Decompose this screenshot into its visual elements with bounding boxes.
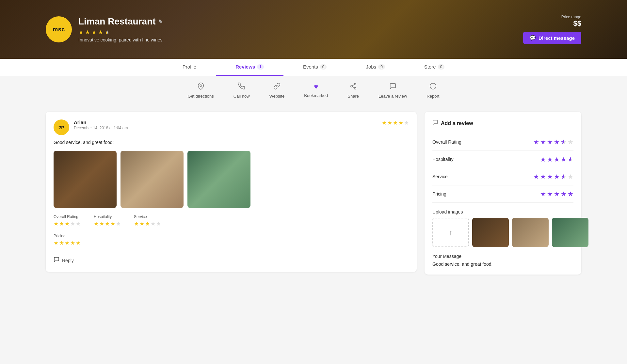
review-image-3: [187, 151, 250, 208]
overall-label: Overall Rating: [54, 214, 81, 219]
por4[interactable]: ★: [554, 138, 560, 146]
ps5: ★: [76, 240, 81, 246]
hs3: ★: [105, 220, 110, 227]
panel-hospitality-label: Hospitality: [432, 157, 454, 162]
tab-profile-label: Profile: [183, 64, 197, 70]
ppr5[interactable]: ★: [568, 190, 573, 198]
os1: ★: [54, 220, 58, 227]
review-body: Good service, and great food!: [54, 140, 409, 145]
review-card: 2P Arian December 14, 2018 at 1:04 am ★ …: [46, 112, 417, 272]
panel-pricing-label: Pricing: [432, 191, 446, 197]
panel-service-stars[interactable]: ★ ★ ★ ★ ★ ★: [533, 173, 573, 181]
hero-right: Price range $$ 💬 Direct message: [523, 15, 581, 44]
tab-jobs[interactable]: Jobs 0: [346, 59, 404, 76]
tab-jobs-label: Jobs: [366, 64, 376, 70]
action-directions[interactable]: Get directions: [188, 83, 214, 99]
upload-box[interactable]: ↑: [432, 218, 469, 247]
psr5[interactable]: ★: [561, 173, 567, 181]
action-bookmarked[interactable]: ♥ Bookmarked: [304, 83, 328, 99]
review-image-1: [54, 151, 117, 208]
tab-store-label: Store: [424, 64, 436, 70]
phr5[interactable]: ★: [568, 155, 573, 163]
nav-tabs: Profile Reviews 1 Events 0 Jobs 0 Store …: [0, 59, 627, 76]
psr4[interactable]: ★: [554, 173, 560, 181]
ppr4[interactable]: ★: [561, 190, 567, 198]
price-range: Price range $$: [561, 15, 581, 28]
phr4[interactable]: ★: [561, 155, 567, 163]
review-header: 2P Arian December 14, 2018 at 1:04 am ★ …: [54, 119, 409, 135]
upload-thumb-1: [472, 218, 509, 247]
action-website[interactable]: Website: [269, 83, 285, 99]
svg-point-1: [354, 83, 356, 85]
review-icon: [389, 83, 396, 92]
ss2: ★: [139, 220, 144, 227]
ss1: ★: [134, 220, 139, 227]
psr6[interactable]: ★: [568, 173, 573, 181]
phr2[interactable]: ★: [547, 155, 553, 163]
reply-row[interactable]: Reply: [54, 252, 409, 264]
por2[interactable]: ★: [540, 138, 546, 146]
tab-reviews[interactable]: Reviews 1: [216, 59, 283, 76]
hs4: ★: [110, 220, 115, 227]
reply-icon: [54, 257, 59, 264]
edit-icon[interactable]: ✎: [158, 19, 163, 25]
panel-pricing-stars[interactable]: ★ ★ ★ ★ ★: [540, 190, 573, 198]
action-report[interactable]: Report: [426, 83, 439, 99]
direct-message-button[interactable]: 💬 Direct message: [523, 32, 581, 44]
action-review[interactable]: Leave a review: [378, 83, 407, 99]
por3[interactable]: ★: [547, 138, 553, 146]
por5[interactable]: ★: [561, 138, 567, 146]
website-icon: [273, 83, 281, 92]
tab-reviews-label: Reviews: [235, 64, 255, 70]
review-date: December 14, 2018 at 1:04 am: [74, 126, 128, 130]
rev-star-2: ★: [387, 119, 392, 126]
upload-icon: ↑: [449, 228, 453, 237]
panel-hospitality-stars[interactable]: ★ ★ ★ ★ ★: [540, 155, 573, 163]
directions-icon: [197, 83, 204, 92]
hero-stars: ★ ★ ★ ★ ★: [78, 29, 523, 36]
ss4: ★: [151, 220, 155, 227]
action-share[interactable]: Share: [347, 83, 359, 99]
rev-star-3: ★: [393, 119, 398, 126]
os5: ★: [76, 220, 81, 227]
report-icon: [429, 83, 437, 92]
rev-star-1: ★: [382, 119, 387, 126]
action-review-label: Leave a review: [378, 94, 407, 99]
message-text: Good service, and great food!: [432, 261, 573, 267]
tab-profile[interactable]: Profile: [163, 59, 216, 76]
hero-subtitle: Innovative cooking, paired with fine win…: [78, 37, 523, 42]
reviewer-name: Arian: [74, 119, 128, 125]
upload-images: ↑: [432, 218, 573, 247]
ppr2[interactable]: ★: [547, 190, 553, 198]
star-1: ★: [78, 29, 84, 36]
message-label: Your Message: [432, 254, 573, 259]
review-image-2: [121, 151, 184, 208]
pricing-stars: ★ ★ ★ ★ ★: [54, 240, 409, 246]
psr3[interactable]: ★: [547, 173, 553, 181]
psr2[interactable]: ★: [540, 173, 546, 181]
svg-point-3: [354, 87, 356, 89]
tab-events[interactable]: Events 0: [283, 59, 346, 76]
hero-info: Liman Restaurant ✎ ★ ★ ★ ★ ★ Innovative …: [78, 16, 523, 42]
phr3[interactable]: ★: [554, 155, 560, 163]
hs5: ★: [116, 220, 121, 227]
panel-overall-stars[interactable]: ★ ★ ★ ★ ★ ★: [533, 138, 573, 146]
price-range-label: Price range: [561, 15, 581, 19]
ppr1[interactable]: ★: [540, 190, 546, 198]
direct-message-label: Direct message: [539, 35, 575, 41]
por1[interactable]: ★: [533, 138, 539, 146]
os3: ★: [65, 220, 70, 227]
psr1[interactable]: ★: [533, 173, 539, 181]
phr1[interactable]: ★: [540, 155, 546, 163]
ppr3[interactable]: ★: [554, 190, 560, 198]
hs1: ★: [94, 220, 99, 227]
action-call[interactable]: Call now: [233, 83, 250, 99]
panel-title-text: Add a review: [441, 120, 473, 126]
por6[interactable]: ★: [568, 138, 573, 146]
logo-text: msc: [53, 26, 65, 33]
panel-pricing-rating: Pricing ★ ★ ★ ★ ★: [432, 185, 573, 203]
rating-service: Service ★ ★ ★ ★ ★: [134, 214, 161, 227]
svg-line-4: [352, 87, 354, 88]
star-4: ★: [98, 29, 103, 36]
tab-store[interactable]: Store 0: [405, 59, 464, 76]
